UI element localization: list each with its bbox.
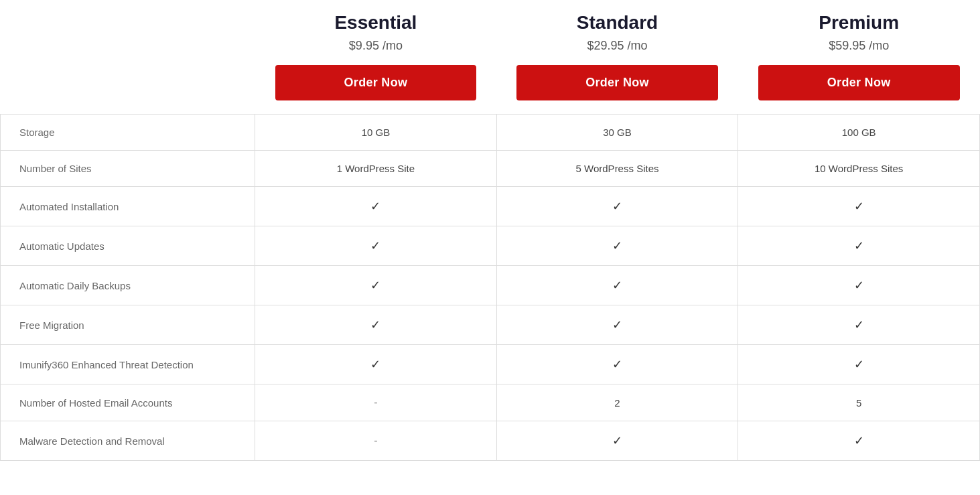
premium-plan-price: $59.95 /mo (752, 39, 967, 53)
checkmark-icon: ✓ (370, 358, 380, 371)
feature-label-5: Free Migration (1, 305, 255, 345)
premium-feature-value-1: 10 WordPress Sites (738, 151, 980, 187)
plan-names-row: Essential $9.95 /mo Standard $29.95 /mo … (1, 0, 980, 58)
premium-plan-name: Premium (752, 12, 967, 33)
checkmark-icon: ✓ (612, 279, 622, 292)
standard-order-cell: Order Now (496, 58, 738, 115)
feature-row: Number of Sites1 WordPress Site5 WordPre… (1, 151, 980, 187)
premium-order-cell: Order Now (738, 58, 980, 115)
feature-row: Malware Detection and Removal-✓✓ (1, 421, 980, 461)
essential-feature-value-7: - (255, 384, 497, 421)
essential-feature-value-3: ✓ (255, 226, 497, 266)
checkmark-icon: ✓ (854, 434, 864, 447)
checkmark-icon: ✓ (612, 358, 622, 371)
standard-feature-value-6: ✓ (496, 345, 738, 384)
standard-header: Standard $29.95 /mo (496, 0, 738, 58)
feature-label-6: Imunify360 Enhanced Threat Detection (1, 345, 255, 384)
order-btn-empty-col (1, 58, 255, 115)
pricing-table: Essential $9.95 /mo Standard $29.95 /mo … (0, 0, 980, 461)
feature-label-1: Number of Sites (1, 151, 255, 187)
premium-feature-value-5: ✓ (738, 305, 980, 345)
standard-feature-value-7: 2 (496, 384, 738, 421)
premium-feature-value-3: ✓ (738, 226, 980, 266)
essential-plan-price: $9.95 /mo (269, 39, 484, 53)
dash-value: - (374, 397, 377, 408)
checkmark-icon: ✓ (854, 358, 864, 371)
feature-col-header (1, 0, 255, 58)
feature-row: Storage10 GB30 GB100 GB (1, 115, 980, 151)
standard-feature-value-4: ✓ (496, 266, 738, 305)
checkmark-icon: ✓ (854, 200, 864, 213)
premium-feature-value-6: ✓ (738, 345, 980, 384)
premium-feature-value-8: ✓ (738, 421, 980, 461)
essential-plan-name: Essential (269, 12, 484, 33)
checkmark-icon: ✓ (854, 279, 864, 292)
feature-label-8: Malware Detection and Removal (1, 421, 255, 461)
essential-order-cell: Order Now (255, 58, 497, 115)
essential-feature-value-2: ✓ (255, 187, 497, 226)
checkmark-icon: ✓ (612, 434, 622, 447)
premium-feature-value-2: ✓ (738, 187, 980, 226)
feature-row: Number of Hosted Email Accounts-25 (1, 384, 980, 421)
feature-row: Free Migration✓✓✓ (1, 305, 980, 345)
standard-feature-value-2: ✓ (496, 187, 738, 226)
checkmark-icon: ✓ (854, 239, 864, 253)
essential-order-button[interactable]: Order Now (275, 65, 477, 100)
checkmark-icon: ✓ (370, 318, 380, 332)
feature-label-3: Automatic Updates (1, 226, 255, 266)
standard-feature-value-0: 30 GB (496, 115, 738, 151)
standard-feature-value-3: ✓ (496, 226, 738, 266)
checkmark-icon: ✓ (370, 279, 380, 292)
premium-header: Premium $59.95 /mo (738, 0, 980, 58)
feature-row: Automatic Daily Backups✓✓✓ (1, 266, 980, 305)
standard-plan-price: $29.95 /mo (510, 39, 725, 53)
standard-plan-name: Standard (510, 12, 725, 33)
essential-feature-value-5: ✓ (255, 305, 497, 345)
feature-row: Automated Installation✓✓✓ (1, 187, 980, 226)
premium-feature-value-0: 100 GB (738, 115, 980, 151)
dash-value: - (374, 435, 377, 446)
premium-feature-value-7: 5 (738, 384, 980, 421)
premium-order-button[interactable]: Order Now (758, 65, 960, 100)
feature-label-2: Automated Installation (1, 187, 255, 226)
feature-label-0: Storage (1, 115, 255, 151)
checkmark-icon: ✓ (612, 200, 622, 213)
checkmark-icon: ✓ (370, 200, 380, 213)
feature-label-7: Number of Hosted Email Accounts (1, 384, 255, 421)
standard-feature-value-1: 5 WordPress Sites (496, 151, 738, 187)
feature-label-4: Automatic Daily Backups (1, 266, 255, 305)
checkmark-icon: ✓ (854, 318, 864, 332)
premium-feature-value-4: ✓ (738, 266, 980, 305)
standard-feature-value-8: ✓ (496, 421, 738, 461)
essential-feature-value-0: 10 GB (255, 115, 497, 151)
order-buttons-row: Order Now Order Now Order Now (1, 58, 980, 115)
essential-feature-value-6: ✓ (255, 345, 497, 384)
standard-order-button[interactable]: Order Now (516, 65, 718, 100)
essential-header: Essential $9.95 /mo (255, 0, 497, 58)
checkmark-icon: ✓ (612, 318, 622, 332)
checkmark-icon: ✓ (612, 239, 622, 253)
essential-feature-value-8: - (255, 421, 497, 461)
standard-feature-value-5: ✓ (496, 305, 738, 345)
checkmark-icon: ✓ (370, 239, 380, 253)
feature-row: Imunify360 Enhanced Threat Detection✓✓✓ (1, 345, 980, 384)
essential-feature-value-1: 1 WordPress Site (255, 151, 497, 187)
essential-feature-value-4: ✓ (255, 266, 497, 305)
feature-row: Automatic Updates✓✓✓ (1, 226, 980, 266)
